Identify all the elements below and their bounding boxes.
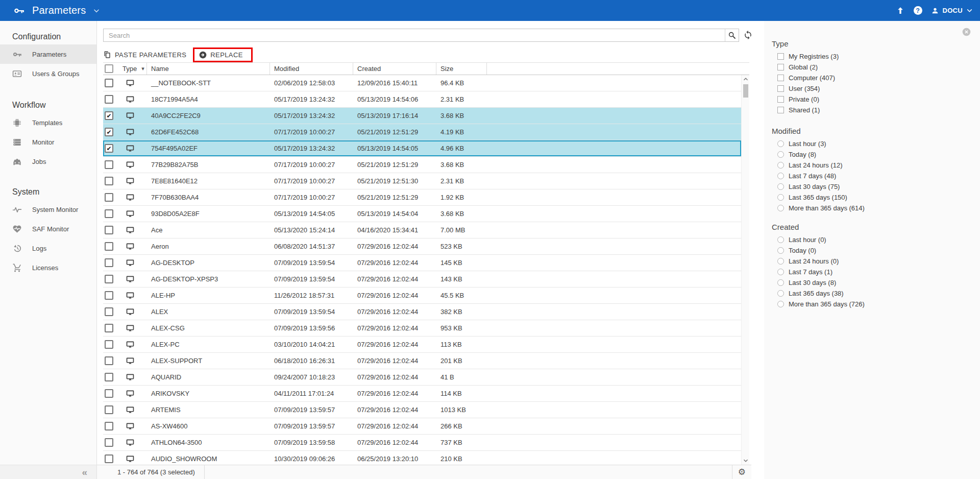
row-checkbox[interactable]: [105, 79, 113, 87]
table-row[interactable]: ALEX-PC03/10/2010 14:04:2107/29/2016 12:…: [103, 337, 741, 353]
filter-radio[interactable]: [777, 140, 784, 147]
sidebar-item-licenses[interactable]: Licenses: [0, 258, 96, 277]
table-row[interactable]: ALEX07/09/2019 13:59:5407/29/2016 12:02:…: [103, 304, 741, 320]
table-row[interactable]: 18C71994A5A405/17/2019 13:24:3205/13/201…: [103, 91, 741, 108]
table-row[interactable]: AG-DESKTOP07/09/2019 13:59:5407/29/2016 …: [103, 255, 741, 271]
replace-button[interactable]: REPLACE: [199, 51, 243, 59]
filter-option[interactable]: User (354): [764, 83, 980, 94]
table-row[interactable]: AQUARID09/24/2007 10:18:2307/29/2016 12:…: [103, 369, 741, 386]
row-checkbox[interactable]: ✔: [105, 144, 113, 153]
row-checkbox[interactable]: [105, 160, 113, 169]
filter-radio[interactable]: [777, 279, 784, 286]
select-all-checkbox[interactable]: [105, 64, 113, 73]
table-row[interactable]: 93D8D05A2E8F05/13/2019 14:54:0505/13/201…: [103, 206, 741, 222]
filter-checkbox[interactable]: [777, 75, 784, 81]
filter-option[interactable]: Today (0): [764, 245, 980, 256]
row-checkbox[interactable]: [105, 389, 113, 398]
table-row[interactable]: ATHLON64-350007/09/2019 13:59:5807/29/20…: [103, 435, 741, 451]
row-checkbox[interactable]: [105, 438, 113, 447]
table-row[interactable]: ALEX-CSG07/09/2019 13:59:5607/29/2016 12…: [103, 320, 741, 337]
filter-option[interactable]: Last 365 days (38): [764, 288, 980, 299]
filter-option[interactable]: Last 365 days (150): [764, 192, 980, 203]
filter-option[interactable]: More than 365 days (726): [764, 299, 980, 309]
filter-option[interactable]: Today (8): [764, 149, 980, 160]
collapse-sidebar-icon[interactable]: «: [82, 467, 87, 477]
filter-option[interactable]: Last 24 hours (0): [764, 256, 980, 267]
filter-option[interactable]: Last 24 hours (12): [764, 160, 980, 171]
filter-option[interactable]: Private (0): [764, 94, 980, 105]
sidebar-item-saf-monitor[interactable]: SAF Monitor: [0, 219, 96, 238]
filter-radio[interactable]: [777, 183, 784, 190]
filter-option[interactable]: My Registries (3): [764, 51, 980, 62]
gear-icon[interactable]: ⚙: [738, 468, 746, 476]
filter-option[interactable]: Computer (407): [764, 73, 980, 83]
close-icon[interactable]: [962, 28, 971, 36]
table-row[interactable]: AG-DESKTOP-XPSP307/09/2019 13:59:5407/29…: [103, 271, 741, 288]
sidebar-item-templates[interactable]: Templates: [0, 113, 96, 132]
scroll-up-icon[interactable]: [742, 76, 749, 83]
filter-radio[interactable]: [777, 205, 784, 211]
help-icon[interactable]: ?: [914, 6, 922, 15]
filter-checkbox[interactable]: [777, 107, 784, 113]
sidebar-item-logs[interactable]: Logs: [0, 238, 96, 258]
upload-icon[interactable]: [896, 6, 905, 15]
filter-radio[interactable]: [777, 236, 784, 243]
filter-option[interactable]: Last 30 days (75): [764, 181, 980, 192]
filter-option[interactable]: Shared (1): [764, 105, 980, 115]
scroll-down-icon[interactable]: [742, 457, 749, 464]
row-checkbox[interactable]: [105, 422, 113, 430]
row-checkbox[interactable]: [105, 307, 113, 316]
row-checkbox[interactable]: [105, 454, 113, 463]
filter-checkbox[interactable]: [777, 53, 784, 60]
filter-radio[interactable]: [777, 258, 784, 265]
row-checkbox[interactable]: [105, 324, 113, 332]
row-checkbox[interactable]: ✔: [105, 111, 113, 120]
filter-option[interactable]: Last hour (0): [764, 234, 980, 245]
filter-checkbox[interactable]: [777, 64, 784, 70]
table-row[interactable]: ✔62D6FE452C6807/17/2019 10:00:2705/21/20…: [103, 124, 741, 140]
row-checkbox[interactable]: [105, 291, 113, 300]
row-checkbox[interactable]: [105, 177, 113, 185]
filter-radio[interactable]: [777, 269, 784, 275]
search-input[interactable]: [103, 29, 739, 42]
row-checkbox[interactable]: [105, 356, 113, 365]
table-row[interactable]: 7E8E81640E1207/17/2019 10:00:2705/21/201…: [103, 173, 741, 189]
column-header-created[interactable]: Created: [353, 63, 436, 75]
sidebar-item-users-groups[interactable]: Users & Groups: [0, 64, 96, 83]
row-checkbox[interactable]: [105, 95, 113, 104]
filter-option[interactable]: Global (2): [764, 62, 980, 73]
filter-radio[interactable]: [777, 173, 784, 179]
filter-radio[interactable]: [777, 290, 784, 297]
table-row[interactable]: 7F70B630BAA407/17/2019 10:00:2705/21/201…: [103, 189, 741, 206]
row-checkbox[interactable]: [105, 373, 113, 381]
row-checkbox[interactable]: ✔: [105, 128, 113, 136]
column-header-size[interactable]: Size: [436, 63, 487, 75]
scrollbar-thumb[interactable]: [743, 84, 748, 98]
refresh-icon[interactable]: [743, 30, 753, 40]
filter-radio[interactable]: [777, 194, 784, 201]
row-checkbox[interactable]: [105, 258, 113, 267]
row-checkbox[interactable]: [105, 275, 113, 283]
table-row[interactable]: ALE-HP11/26/2012 18:57:3107/29/2016 12:0…: [103, 288, 741, 304]
user-menu[interactable]: DOCU: [931, 7, 973, 15]
row-checkbox[interactable]: [105, 340, 113, 349]
table-row[interactable]: AUDIO_SHOWROOM10/30/2019 09:06:2606/25/2…: [103, 451, 741, 465]
column-header-type[interactable]: Type ▾: [122, 65, 146, 73]
search-icon[interactable]: [725, 29, 739, 41]
filter-option[interactable]: Last 30 days (8): [764, 277, 980, 288]
column-header-modified[interactable]: Modified: [270, 63, 353, 75]
filter-radio[interactable]: [777, 301, 784, 307]
filter-option[interactable]: Last 7 days (1): [764, 267, 980, 277]
filter-option[interactable]: More than 365 days (614): [764, 203, 980, 213]
row-checkbox[interactable]: [105, 193, 113, 202]
row-checkbox[interactable]: [105, 209, 113, 218]
table-row[interactable]: ARTEMIS07/09/2019 13:59:5707/29/2016 12:…: [103, 402, 741, 418]
table-row[interactable]: __NOTEBOOK-STT02/06/2019 12:58:0312/09/2…: [103, 75, 741, 91]
sidebar-item-parameters[interactable]: Parameters: [0, 44, 96, 64]
table-row[interactable]: ✔40A9CC2FE2C905/17/2019 13:24:3205/13/20…: [103, 108, 741, 124]
chevron-down-icon[interactable]: [93, 7, 100, 14]
table-row[interactable]: ARIKOVSKY04/11/2011 17:01:2407/29/2016 1…: [103, 386, 741, 402]
table-row[interactable]: Aeron06/08/2020 14:51:3707/29/2016 12:02…: [103, 238, 741, 255]
row-checkbox[interactable]: [105, 242, 113, 251]
row-checkbox[interactable]: [105, 226, 113, 234]
